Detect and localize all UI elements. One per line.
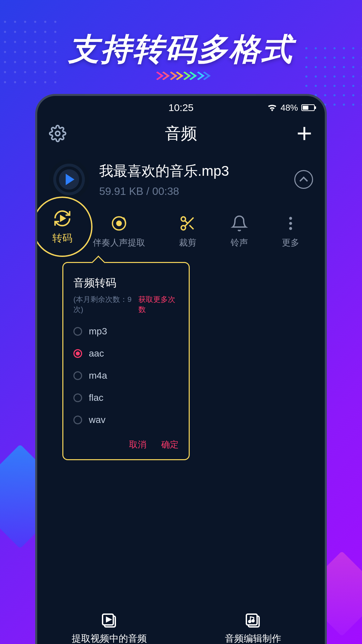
svg-point-4: [117, 221, 121, 226]
tool-crop[interactable]: 裁剪: [179, 215, 196, 249]
svg-point-20: [252, 620, 254, 622]
format-option-mp3[interactable]: mp3: [73, 326, 179, 337]
phone-frame: 10:25 48% 音频 我最喜欢的音乐.mp3 59.91 KB / 00:3…: [35, 94, 327, 644]
add-icon[interactable]: [296, 125, 313, 142]
audio-edit-icon: [245, 613, 261, 629]
svg-point-10: [289, 217, 292, 220]
status-time: 10:25: [168, 102, 193, 113]
bottom-tabs: 提取视频中的音频 音频编辑制作: [37, 607, 325, 644]
svg-rect-18: [246, 614, 257, 625]
radio-icon: [73, 416, 82, 424]
svg-line-9: [185, 221, 188, 223]
play-icon: [66, 174, 74, 185]
audio-file-row[interactable]: 我最喜欢的音乐.mp3 59.91 KB / 00:38: [37, 154, 325, 205]
file-meta: 59.91 KB / 00:38: [99, 185, 284, 198]
format-option-m4a[interactable]: m4a: [73, 370, 179, 381]
tool-ringtone[interactable]: 铃声: [231, 215, 248, 249]
svg-point-0: [56, 131, 60, 136]
svg-line-8: [190, 225, 194, 229]
svg-point-12: [289, 227, 292, 230]
confirm-button[interactable]: 确定: [161, 439, 179, 450]
radio-label: flac: [89, 392, 104, 403]
get-more-link[interactable]: 获取更多次数: [138, 294, 179, 315]
tab-extract-video[interactable]: 提取视频中的音频: [37, 607, 181, 644]
format-radio-list: mp3 aac m4a flac wav: [73, 321, 179, 433]
page-title: 音频: [165, 123, 197, 144]
audio-extract-icon: [110, 215, 128, 232]
tab-label: 提取视频中的音频: [72, 632, 147, 644]
bell-icon: [231, 215, 248, 232]
radio-icon: [73, 327, 82, 336]
chevron-decor: [0, 72, 362, 81]
radio-label: mp3: [89, 326, 107, 337]
app-header: 音频: [37, 116, 325, 154]
tool-label: 更多: [282, 237, 299, 249]
radio-label: aac: [89, 348, 104, 359]
chevron-up-icon: [299, 176, 308, 185]
radio-label: wav: [89, 415, 106, 425]
radio-icon: [73, 393, 82, 402]
tab-label: 音频编辑制作: [225, 632, 281, 644]
file-name: 我最喜欢的音乐.mp3: [99, 162, 284, 180]
battery-icon: [301, 104, 315, 111]
panel-subtitle: (本月剩余次数：9次): [73, 294, 135, 315]
video-extract-icon: [101, 613, 117, 629]
collapse-button[interactable]: [294, 170, 313, 189]
svg-point-6: [181, 226, 186, 230]
promo-title: 支持转码多格式: [0, 29, 362, 70]
transcode-panel: 音频转码 (本月剩余次数：9次) 获取更多次数 mp3 aac m4a flac: [62, 262, 190, 460]
radio-label: m4a: [89, 370, 107, 381]
svg-point-11: [289, 222, 292, 225]
transcode-icon: [53, 209, 72, 228]
radio-icon: [73, 371, 82, 380]
cancel-button[interactable]: 取消: [129, 439, 146, 450]
tool-label: 铃声: [231, 237, 248, 249]
tool-label: 伴奏人声提取: [93, 237, 145, 249]
status-bar: 10:25 48%: [37, 99, 325, 116]
settings-icon[interactable]: [49, 125, 66, 142]
format-option-aac[interactable]: aac: [73, 348, 179, 359]
format-option-wav[interactable]: wav: [73, 415, 179, 425]
tool-extract[interactable]: 伴奏人声提取: [93, 215, 145, 249]
play-thumbnail[interactable]: [49, 159, 89, 200]
tool-more[interactable]: 更多: [282, 215, 299, 249]
svg-point-19: [249, 621, 251, 623]
wifi-icon: [267, 104, 277, 111]
svg-point-5: [181, 217, 186, 221]
panel-title: 音频转码: [73, 276, 179, 290]
radio-icon: [73, 349, 82, 358]
more-icon: [282, 215, 299, 232]
tab-audio-edit[interactable]: 音频编辑制作: [181, 607, 325, 644]
tool-label: 裁剪: [179, 237, 196, 249]
format-option-flac[interactable]: flac: [73, 392, 179, 403]
transcode-label: 转码: [52, 231, 72, 245]
svg-marker-13: [61, 216, 65, 221]
battery-percent: 48%: [281, 103, 298, 113]
scissors-icon: [179, 215, 196, 232]
